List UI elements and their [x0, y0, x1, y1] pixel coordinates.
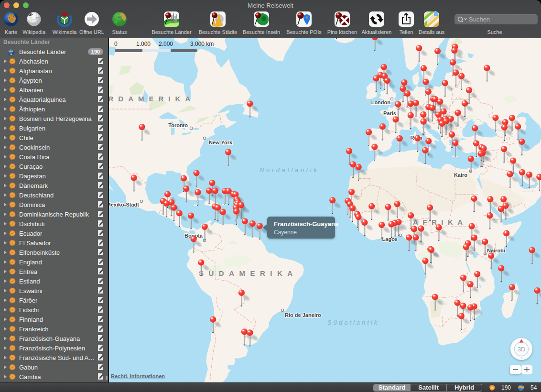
- svg-text:0: 0: [114, 41, 118, 47]
- svg-text:Französisch-Guayana: Französisch-Guayana: [274, 220, 339, 228]
- svg-text:Kairo: Kairo: [454, 172, 467, 178]
- svg-text:Rio de Janeiro: Rio de Janeiro: [285, 312, 321, 318]
- svg-text:SÜDAMERIKA: SÜDAMERIKA: [199, 269, 298, 277]
- svg-text:NORDAMERIKA: NORDAMERIKA: [109, 95, 195, 103]
- svg-text:Toronto: Toronto: [168, 122, 188, 128]
- svg-text:Rechtl. Informationen: Rechtl. Informationen: [111, 373, 165, 379]
- svg-text:Lagos: Lagos: [382, 236, 398, 242]
- svg-text:Südatlantik: Südatlantik: [327, 319, 379, 326]
- svg-text:3.000 km: 3.000 km: [190, 41, 214, 47]
- svg-text:New York: New York: [209, 140, 233, 145]
- svg-text:Cayenne: Cayenne: [274, 229, 297, 236]
- svg-text:3D: 3D: [518, 346, 526, 353]
- svg-text:1.000: 1.000: [136, 41, 151, 47]
- svg-text:Paris: Paris: [383, 110, 396, 116]
- svg-text:Suchen: Suchen: [469, 16, 490, 23]
- svg-text:719: 719: [116, 15, 120, 18]
- svg-text:190: 190: [501, 384, 511, 391]
- svg-text:54: 54: [530, 384, 537, 391]
- svg-text:W: W: [36, 16, 39, 20]
- svg-text:2.000: 2.000: [159, 41, 173, 47]
- svg-text:London: London: [371, 99, 391, 105]
- svg-text:Nordatlantik: Nordatlantik: [260, 166, 319, 174]
- svg-text:Mexiko-Stadt: Mexiko-Stadt: [109, 202, 139, 207]
